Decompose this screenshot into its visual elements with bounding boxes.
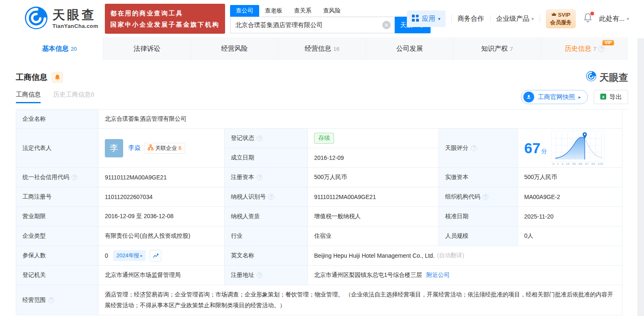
field-label-legal-rep: 法定代表人 [16,129,99,168]
field-value-paid-capital: 500万人民币 [518,168,622,187]
field-label-credit-code: 统一社会信用代码 ? [16,168,99,187]
watermark-swirl-icon [586,71,597,84]
reg-status-help-icon[interactable]: ? [257,135,263,141]
reg-capital-help-icon[interactable]: ? [257,174,263,180]
svip-label: SVIP [558,11,570,19]
tab-count: 7 [510,46,513,52]
field-label-company-type: 企业类型 [16,226,99,246]
taxpayer-id-help-icon[interactable]: ? [268,194,274,200]
field-value-credit-code: 91110112MA00A9GE21 [99,168,225,187]
vertical-scrollbar[interactable] [637,38,644,316]
notification-bell-button[interactable] [583,13,592,25]
nearby-companies-link[interactable]: 附近公司 [426,271,450,279]
org-code-help-icon[interactable]: ? [483,194,488,200]
tab-legal-proceedings[interactable]: 法律诉讼 [103,37,191,60]
search-tab-boss[interactable]: 查老板 [259,5,288,17]
field-label-paid-capital: 实缴资本 [439,168,518,187]
tab-legal-label: 法律诉讼 [134,45,160,53]
tab-risk-label: 经营风险 [221,45,248,53]
trend-chart-button[interactable] [150,250,161,261]
nav-business-cooperation[interactable]: 商务合作 [458,15,484,23]
field-value-reg-address: 北京市通州区梨园镇东总屯1号综合楼三层 附近公司 [308,266,622,285]
score-chart-axis: 01 315 5085 9799 100 [551,162,604,166]
field-value-english-name: Beijing Hepu Huiji Hotel Management Co.,… [308,246,622,266]
field-label-org-code: 组织机构代码 ? [439,187,518,207]
field-value-business-term: 2016-12-09 至 2036-12-08 [99,207,225,226]
reg-address-help-icon[interactable]: ? [257,272,263,278]
field-label-reg-authority: 登记机关 [16,266,99,285]
tab-company-development[interactable]: 公司发展 [366,37,453,60]
tab-operating-info[interactable]: 经营信息 16 [278,37,366,60]
field-value-industry: 住宿业 [308,226,439,246]
subtab-history-business-info[interactable]: 历史工商信息0 [53,91,94,103]
tab-development-label: 公司发展 [396,45,423,53]
field-value-legal-rep: 李 李焱 关联企业 6 [99,129,225,168]
subscribe-bell-icon[interactable] [52,72,63,83]
promo-banner-line1: 都在用的商业查询工具 [110,7,220,19]
tab-operating-label: 经营信息 [305,45,331,53]
tab-basic-info-label: 基本信息 [42,45,69,53]
apps-menu-button[interactable]: 应用 ▾ [407,10,446,27]
crown-icon [551,11,557,19]
excel-icon: X [600,93,607,101]
org-chart-icon [148,144,154,152]
header-nav: 应用 ▾ 商务合作 企业级产品 ▾ SVIP 会员服务 [407,0,629,37]
legal-rep-avatar[interactable]: 李 [105,139,123,157]
field-value-reg-number: 110112022607034 [99,187,225,207]
notification-dot [590,12,594,15]
export-button[interactable]: X 导出 [594,90,628,104]
field-label-industry: 行业 [225,226,308,246]
nav-enterprise-products[interactable]: 企业级产品 ▾ [496,15,534,23]
official-snapshot-button[interactable]: 工商官网快照 ▸ [521,90,588,104]
search-area: 查公司 查老板 查关系 查风险 ✕ 天眼一下 [230,5,431,33]
field-value-reg-capital: 500万人民币 [308,168,439,187]
business-scope-help-icon[interactable]: ? [48,297,54,303]
subtab-business-info[interactable]: 工商信息 [16,91,41,103]
apps-label: 应用 [422,15,435,23]
field-label-reg-number: 工商注册号 [16,187,99,207]
search-tab-risk[interactable]: 查风险 [317,5,347,17]
section-title: 工商信息 [16,72,47,83]
svg-text:X: X [602,94,605,99]
watermark-text: 天眼查 [599,71,628,84]
field-value-taxpayer-id: 91110112MA00A9GE21 [308,187,439,207]
field-label-reg-status: 登记状态 ? [225,129,308,148]
snapshot-label: 工商官网快照 [537,93,575,101]
tianyancha-logo[interactable]: 天眼查 TianYanCha.com [24,6,98,32]
score-distribution-chart: 01 315 5085 9799 100 [551,131,604,166]
field-label-business-scope: 经营范围 ? [16,285,99,315]
history-help-icon[interactable]: ? [598,46,604,52]
clear-search-icon[interactable]: ✕ [382,21,391,29]
field-value-org-code: MA00A9GE-2 [518,187,622,207]
tab-intellectual-property[interactable]: 知识产权 7 [453,37,541,60]
tab-operating-risk[interactable]: 经营风险 [191,37,278,60]
apps-grid-icon [412,15,419,23]
annual-report-badge[interactable]: 2024年报 ▸ [113,250,146,261]
field-value-company-type: 有限责任公司(自然人投资或控股) [99,226,225,246]
field-label-approval-date: 核准日期 [439,207,518,226]
related-companies-button[interactable]: 关联企业 6 [144,143,185,154]
user-name: 此处有... [599,15,624,23]
tyc-score-help-icon[interactable]: ? [471,145,477,151]
company-section-tabs: 基本信息 20 法律诉讼 经营风险 经营信息 16 公司发展 知识产权 7 VI… [16,37,628,60]
search-tab-relation[interactable]: 查关系 [288,5,317,17]
main-content: 工商信息 天眼查 工商信息 历史工商信息0 [0,71,644,315]
user-menu[interactable]: 此处有... ▾ [599,15,629,23]
tab-history-info[interactable]: VIP 历史信息 7 ? [541,37,628,60]
logo-domain: TianYanCha.com [52,23,98,29]
field-label-taxpayer-id: 纳税人识别号 ? [225,187,308,207]
stamp-icon [523,92,534,102]
related-companies-count: 6 [178,145,181,151]
top-header: 天眼查 TianYanCha.com 都在用的商业查询工具 国家中小企业发展子基… [0,0,644,37]
svip-member-button[interactable]: SVIP 会员服务 [546,9,576,28]
legal-rep-link[interactable]: 李焱 [128,144,141,152]
score-number: 67 [524,141,540,155]
tianyancha-swirl-icon [24,6,48,32]
credit-code-help-icon[interactable]: ? [72,174,77,180]
nav-enterprise-label: 企业级产品 [496,15,530,23]
search-tab-company[interactable]: 查公司 [230,5,259,17]
search-input[interactable] [230,17,395,33]
field-value-reg-status: 存续 [308,129,439,148]
field-label-insured-count: 参保人数 [16,246,99,266]
tab-basic-info[interactable]: 基本信息 20 [16,37,103,60]
